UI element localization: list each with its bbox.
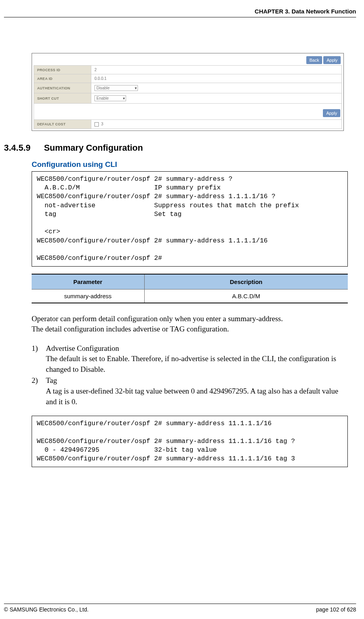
subsection-heading: Configuration using CLI: [32, 160, 356, 169]
shortcut-label: SHORT CUT: [34, 93, 91, 104]
back-button[interactable]: Back: [306, 56, 322, 64]
cli-code-block-1: WEC8500/configure/router/ospf 2# summary…: [32, 171, 348, 267]
table-row: AREA ID 0.0.0.1: [34, 74, 342, 83]
list-item-body: The default is set to Enable. Therefore,…: [46, 354, 336, 373]
list-item-title: Tag: [46, 376, 57, 384]
param-header: Parameter: [32, 274, 144, 290]
apply-button[interactable]: Apply: [323, 56, 341, 64]
desc-cell: A.B.C.D/M: [144, 289, 348, 303]
list-item-body: A tag is a user-defined 32-bit tag value…: [46, 387, 338, 406]
process-id-value: 2: [91, 66, 342, 74]
ui-screenshot-figure: Back Apply PROCESS ID 2 AREA ID 0.0.0.1 …: [32, 53, 344, 131]
param-cell: summary-address: [32, 289, 144, 303]
section-heading: 3.4.5.9 Summary Configuration: [4, 143, 356, 153]
shortcut-select[interactable]: Enable: [94, 95, 126, 101]
table-row: PROCESS ID 2: [34, 66, 342, 74]
section-title: Summary Configuration: [44, 143, 143, 153]
table-row: summary-address A.B.C.D/M: [32, 289, 348, 303]
default-cost-table: DEFAULT COST 3: [34, 119, 342, 129]
copyright-text: © SAMSUNG Electronics Co., Ltd.: [4, 606, 89, 613]
default-cost-value: 3: [101, 122, 104, 126]
area-id-label: AREA ID: [34, 74, 91, 83]
header-rule: [4, 17, 356, 17]
list-item-title: Advertise Configuration: [46, 344, 119, 352]
area-id-value: 0.0.0.1: [91, 74, 342, 83]
table-row: DEFAULT COST 3: [34, 120, 342, 129]
apply-button-2[interactable]: Apply: [323, 109, 340, 117]
list-number: 2): [32, 375, 46, 407]
desc-header: Description: [144, 274, 348, 290]
section-number: 3.4.5.9: [4, 143, 41, 153]
list-item: 2) Tag A tag is a user-defined 32-bit ta…: [32, 375, 344, 407]
chapter-header: CHAPTER 3. Data Network Function: [4, 8, 356, 15]
footer-rule: [4, 604, 356, 604]
default-cost-checkbox[interactable]: [94, 122, 99, 127]
cli-code-block-2: WEC8500/configure/router/ospf 2# summary…: [32, 416, 348, 467]
config-form-table: PROCESS ID 2 AREA ID 0.0.0.1 AUTHENTICAT…: [34, 65, 342, 104]
list-number: 1): [32, 343, 46, 375]
table-row: AUTHENTICATION Disable: [34, 83, 342, 93]
authentication-select[interactable]: Disable: [94, 85, 138, 91]
body-paragraph: Operator can perform detail configuratio…: [32, 314, 348, 335]
page-number: page 102 of 628: [316, 606, 356, 613]
paragraph-line-2: The detail configuration includes advert…: [32, 325, 229, 333]
default-cost-label: DEFAULT COST: [34, 120, 91, 129]
table-row: SHORT CUT Enable: [34, 93, 342, 104]
config-panel: Back Apply PROCESS ID 2 AREA ID 0.0.0.1 …: [34, 55, 342, 129]
authentication-label: AUTHENTICATION: [34, 83, 91, 93]
list-item: 1) Advertise Configuration The default i…: [32, 343, 344, 375]
process-id-label: PROCESS ID: [34, 66, 91, 74]
numbered-list: 1) Advertise Configuration The default i…: [32, 343, 344, 407]
parameter-table: Parameter Description summary-address A.…: [32, 274, 348, 303]
paragraph-line-1: Operator can perform detail configuratio…: [32, 314, 283, 323]
page-footer: © SAMSUNG Electronics Co., Ltd. page 102…: [4, 604, 356, 613]
